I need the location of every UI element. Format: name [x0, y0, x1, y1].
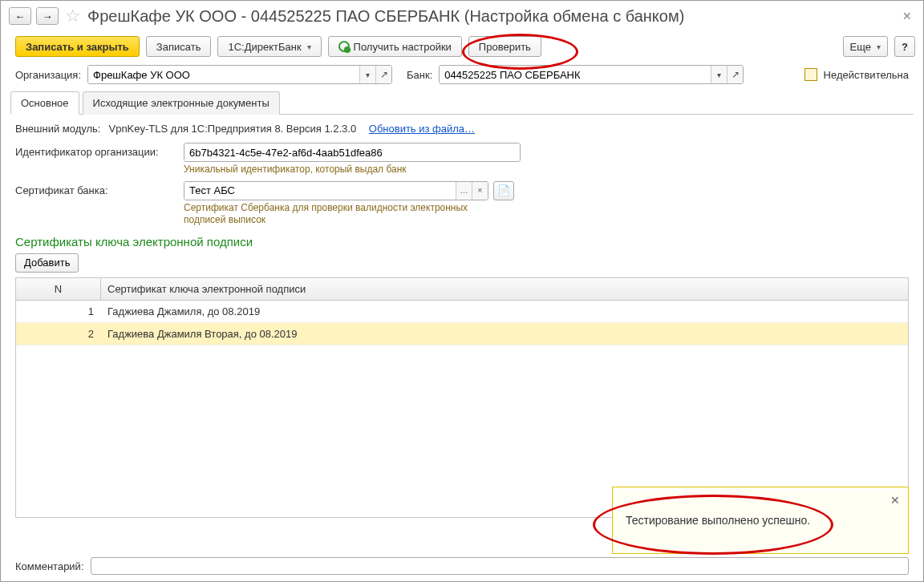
org-label: Организация:: [15, 69, 81, 81]
table-row[interactable]: 2 Гаджиева Джамиля Вторая, до 08.2019: [16, 323, 908, 346]
check-button[interactable]: Проверить: [468, 36, 541, 57]
invalid-checkbox[interactable]: [804, 68, 817, 81]
bank-input[interactable]: [440, 66, 711, 83]
directbank-button[interactable]: 1С:ДиректБанк ▾: [217, 36, 321, 57]
cell-title: Гаджиева Джамиля, до 08.2019: [101, 301, 908, 322]
signature-certs-title: Сертификаты ключа электронной подписи: [15, 235, 909, 249]
close-icon[interactable]: ✕: [899, 10, 915, 22]
cell-n: 2: [16, 323, 101, 345]
org-open-icon[interactable]: ↗: [375, 66, 391, 83]
bank-label: Банк:: [407, 69, 432, 81]
bank-cert-select-icon[interactable]: …: [456, 182, 472, 200]
table-row[interactable]: 1 Гаджиева Джамиля, до 08.2019: [16, 301, 908, 323]
invalid-label: Недействительна: [824, 69, 909, 81]
bank-cert-input[interactable]: [184, 182, 456, 200]
toast-close-icon[interactable]: ✕: [890, 494, 900, 507]
save-and-close-button[interactable]: Записать и закрыть: [15, 36, 140, 57]
bank-dropdown-icon[interactable]: ▾: [711, 66, 727, 83]
col-header-title[interactable]: Сертификат ключа электронной подписи: [101, 278, 908, 300]
toast-text: Тестирование выполнено успешно.: [626, 514, 810, 527]
org-id-hint: Уникальный идентификатор, который выдал …: [184, 164, 529, 176]
cell-title: Гаджиева Джамиля Вторая, до 08.2019: [101, 323, 908, 345]
bank-cert-clear-icon[interactable]: ×: [472, 182, 488, 200]
chevron-down-icon: ▾: [307, 42, 311, 51]
tab-outgoing-docs[interactable]: Исходящие электронные документы: [83, 91, 280, 115]
chevron-down-icon: ▾: [877, 42, 881, 51]
arrow-right-icon: →: [43, 10, 53, 22]
favorite-star-icon[interactable]: ☆: [65, 6, 81, 26]
bank-cert-hint: Сертификат Сбербанка для проверки валидн…: [184, 202, 488, 227]
add-cert-button[interactable]: Добавить: [15, 253, 79, 273]
comment-input[interactable]: [91, 557, 910, 575]
cell-n: 1: [16, 301, 101, 322]
col-header-n[interactable]: N: [16, 278, 101, 300]
help-button[interactable]: ?: [894, 36, 915, 57]
org-input[interactable]: [88, 66, 359, 83]
window-title: ФрешКафе УК ООО - 044525225 ПАО СБЕРБАНК…: [87, 7, 894, 26]
certificate-doc-icon: 📄: [497, 184, 510, 196]
more-label: Еще: [850, 41, 871, 53]
tab-main[interactable]: Основное: [10, 91, 79, 115]
toast-success: Тестирование выполнено успешно. ✕: [612, 487, 909, 554]
org-id-input[interactable]: [184, 143, 520, 161]
bank-cert-view-button[interactable]: 📄: [493, 181, 514, 200]
refresh-settings-icon: [338, 41, 350, 52]
forward-button[interactable]: →: [36, 7, 59, 25]
arrow-left-icon: ←: [15, 10, 26, 22]
external-module-value: VpnKey-TLS для 1С:Предприятия 8. Версия …: [108, 123, 356, 135]
certs-table: N Сертификат ключа электронной подписи 1…: [15, 277, 909, 518]
bank-open-icon[interactable]: ↗: [727, 66, 743, 83]
get-settings-label: Получить настройки: [354, 41, 452, 53]
get-settings-button[interactable]: Получить настройки: [328, 36, 462, 57]
save-button[interactable]: Записать: [146, 36, 212, 57]
directbank-label: 1С:ДиректБанк: [228, 41, 301, 53]
update-from-file-link[interactable]: Обновить из файла…: [369, 123, 475, 135]
bank-cert-label: Сертификат банка:: [15, 181, 176, 196]
more-button[interactable]: Еще ▾: [843, 36, 888, 57]
comment-label: Комментарий:: [15, 560, 84, 572]
external-module-label: Внешний модуль:: [15, 123, 100, 135]
org-id-label: Идентификатор организации:: [15, 143, 176, 158]
org-dropdown-icon[interactable]: ▾: [359, 66, 375, 83]
back-button[interactable]: ←: [9, 7, 31, 25]
